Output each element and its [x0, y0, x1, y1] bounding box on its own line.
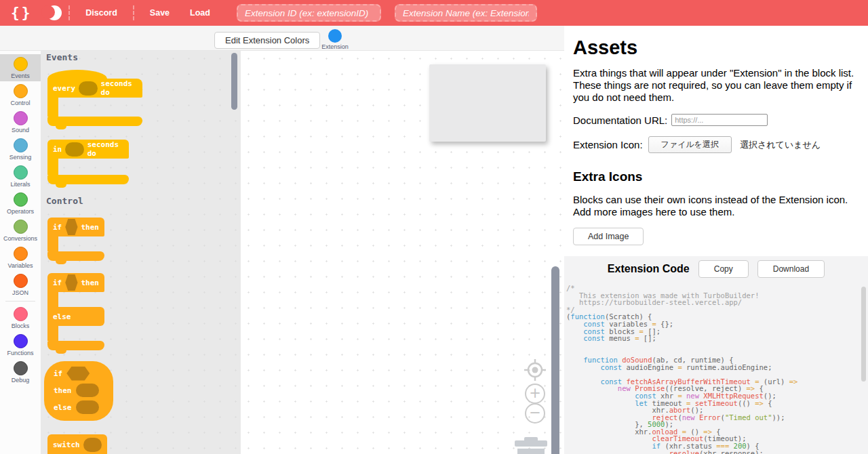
block-word: seconds do — [87, 140, 123, 158]
block-foot — [47, 117, 142, 126]
block-switch[interactable]: switch — [47, 434, 107, 454]
block-word: if — [54, 369, 62, 378]
category-label: Operators — [7, 208, 34, 215]
sidebar-item-literals[interactable]: Literals — [0, 163, 41, 190]
block-word: every — [53, 84, 75, 93]
extension-tab-label: Extension — [320, 43, 350, 50]
workspace-canvas[interactable]: + − — [241, 51, 564, 454]
category-label: Conversions — [3, 235, 37, 242]
extra-icons-line1: Blocks can use their own icons instead o… — [573, 194, 868, 206]
sidebar-item-functions[interactable]: Functions — [0, 331, 41, 358]
sidebar-item-control[interactable]: Control — [0, 81, 41, 108]
block-word: switch — [53, 440, 80, 449]
sidebar-item-debug[interactable]: Debug — [0, 358, 41, 386]
category-label: Control — [10, 100, 30, 106]
block-word: if — [53, 223, 62, 232]
block-word: then — [81, 223, 100, 232]
zoom-in-button[interactable]: + — [525, 384, 545, 404]
assets-panel: Assets Extra things that will appear und… — [564, 26, 868, 454]
code-line: const menus = []; — [566, 335, 868, 342]
block-every-seconds-do[interactable]: every seconds do — [47, 70, 142, 126]
top-header: {} Discord Save Load — [0, 0, 868, 26]
block-in-seconds-do[interactable]: in seconds do — [47, 140, 129, 184]
extension-code-section: Extension Code Copy Download /* This ext… — [564, 256, 868, 454]
value-slot[interactable] — [76, 384, 99, 397]
boolean-slot[interactable] — [66, 367, 90, 381]
sidebar-item-sensing[interactable]: Sensing — [0, 136, 41, 163]
category-sidebar: EventsControlSoundSensingLiteralsOperato… — [0, 51, 41, 454]
category-color-dot — [14, 165, 28, 180]
block-if-then-else[interactable]: if then else — [47, 273, 104, 350]
category-color-dot — [14, 57, 28, 71]
sidebar-item-conversions[interactable]: Conversions — [0, 217, 41, 244]
sidebar-item-json[interactable]: JSON — [0, 271, 41, 298]
category-label: Sound — [12, 127, 29, 133]
category-label: Sensing — [9, 154, 32, 161]
download-code-button[interactable]: Download — [757, 260, 825, 278]
block-foot — [47, 341, 104, 350]
category-label: JSON — [12, 289, 28, 296]
category-color-dot — [14, 220, 28, 234]
workspace-minimap — [429, 64, 546, 142]
number-slot[interactable] — [79, 81, 97, 96]
block-if-then-else-reporter[interactable]: if then else — [44, 361, 113, 421]
category-label: Functions — [7, 350, 33, 356]
crescent-shape — [47, 5, 62, 20]
boolean-slot[interactable] — [65, 219, 77, 235]
canvas-scrollbar[interactable] — [551, 266, 559, 454]
extra-icons-line2: Add more images here to use them. — [573, 206, 868, 218]
trash-body — [517, 449, 545, 454]
sidebar-item-blocks[interactable]: Blocks — [0, 304, 41, 331]
boolean-slot[interactable] — [65, 274, 77, 291]
block-if-then[interactable]: if then — [47, 218, 104, 261]
sidebar-item-events[interactable]: Events — [0, 54, 41, 81]
block-word: then — [81, 278, 100, 287]
add-image-button[interactable]: Add Image — [573, 228, 644, 245]
trash-lid — [515, 440, 547, 447]
workspace-toolbar: Edit Extension Colors Extension — [0, 26, 564, 51]
braces-logo-icon[interactable]: {} — [7, 5, 36, 21]
documentation-url-input[interactable] — [671, 114, 768, 126]
recenter-crosshair-button[interactable] — [523, 358, 547, 382]
c-arm — [47, 326, 58, 341]
category-label: Variables — [8, 262, 33, 269]
value-slot[interactable] — [76, 400, 99, 414]
dark-mode-moon-icon[interactable] — [45, 4, 63, 22]
edit-extension-colors-button[interactable]: Edit Extension Colors — [214, 32, 320, 49]
extension-name-input[interactable] — [395, 4, 537, 22]
code-content: /* This extension was made with TurboBui… — [564, 283, 868, 454]
category-color-dot — [14, 247, 28, 261]
zoom-out-button[interactable]: − — [525, 403, 545, 424]
block-word: in — [53, 145, 62, 154]
assets-description-line1: Extra things that will appear under "Ext… — [573, 67, 868, 79]
hat-shape — [47, 70, 107, 79]
category-color-dot — [14, 334, 28, 348]
sidebar-item-operators[interactable]: Operators — [0, 190, 41, 217]
copy-code-button[interactable]: Copy — [698, 260, 749, 278]
extension-code-header: Extension Code Copy Download — [564, 256, 868, 281]
choose-file-button[interactable]: ファイルを選択 — [648, 136, 732, 153]
tab-extension[interactable]: Extension — [320, 28, 350, 50]
extension-id-input[interactable] — [237, 4, 381, 22]
block-word: then — [54, 386, 72, 395]
block-word: else — [54, 403, 72, 412]
category-color-dot — [14, 84, 28, 98]
value-slot[interactable] — [83, 438, 102, 452]
sidebar-item-variables[interactable]: Variables — [0, 244, 41, 271]
category-color-dot — [14, 307, 28, 321]
save-button[interactable]: Save — [140, 8, 180, 18]
c-arm — [47, 159, 58, 175]
category-label: Events — [11, 73, 30, 79]
c-arm — [47, 236, 58, 251]
load-button[interactable]: Load — [180, 8, 220, 18]
trash-icon[interactable] — [512, 437, 550, 454]
block-word: seconds do — [101, 79, 137, 97]
code-line — [566, 342, 868, 350]
extension-icon-label: Extension Icon: — [573, 139, 643, 150]
palette-scrollbar[interactable] — [231, 53, 237, 110]
code-scrollbar[interactable] — [861, 287, 866, 381]
number-slot[interactable] — [65, 142, 83, 157]
extra-icons-title: Extra Icons — [573, 169, 860, 184]
sidebar-item-sound[interactable]: Sound — [0, 108, 41, 136]
discord-button[interactable]: Discord — [75, 8, 127, 18]
